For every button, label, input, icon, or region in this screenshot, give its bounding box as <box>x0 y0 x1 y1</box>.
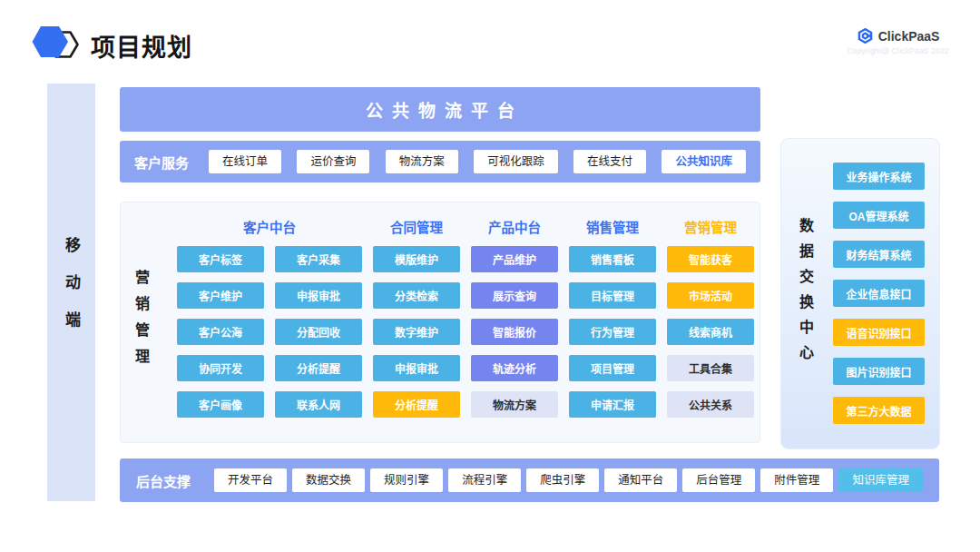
grid-cell[interactable]: 工具合集 <box>667 355 754 381</box>
exchange-item[interactable]: 企业信息接口 <box>833 280 925 307</box>
grid-cell[interactable]: 协同开发 <box>177 355 264 381</box>
grid-cell[interactable]: 分析提醒 <box>275 355 362 381</box>
service-button[interactable]: 公共知识库 <box>662 150 746 174</box>
copyright-text: Copyright@ ClickPaaS 2022 <box>847 46 949 55</box>
column-header: 客户中台 <box>177 216 362 236</box>
grid-cell[interactable]: 产品维护 <box>471 246 558 272</box>
grid-cell[interactable]: 物流方案 <box>471 391 558 418</box>
grid-cell[interactable]: 分析提醒 <box>373 391 460 418</box>
backend-button[interactable]: 通知平台 <box>604 468 677 493</box>
grid-cell[interactable]: 线索商机 <box>667 319 754 345</box>
grid-cell[interactable]: 展示查询 <box>471 282 558 309</box>
grid-cell[interactable]: 智能报价 <box>471 319 558 345</box>
marketing-grid-panel: 营销管理 客户中台合同管理产品中台销售管理营销管理 客户标签客户采集模版维护产品… <box>120 202 760 443</box>
data-exchange-panel: 数据交换中心 业务操作系统OA管理系统财务结算系统企业信息接口语音识别接口图片识… <box>780 138 940 449</box>
grid-cell[interactable]: 联系人网 <box>275 391 362 418</box>
grid-cell[interactable]: 智能获客 <box>667 246 754 272</box>
service-button[interactable]: 在线订单 <box>209 150 281 174</box>
grid-cell[interactable]: 轨迹分析 <box>471 355 558 381</box>
column-header: 产品中台 <box>471 216 558 236</box>
backend-button[interactable]: 开发平台 <box>214 468 287 493</box>
mobile-rail-label: 移动端 <box>60 237 83 349</box>
mobile-side-rail: 移动端 <box>47 84 95 501</box>
grid-cell[interactable]: 行为管理 <box>569 319 656 345</box>
backend-button[interactable]: 知识库管理 <box>838 468 923 493</box>
grid-cell[interactable]: 客户公海 <box>177 319 264 345</box>
grid-cell[interactable]: 分类检索 <box>373 282 460 309</box>
customer-service-label: 客户服务 <box>134 153 189 172</box>
backend-button[interactable]: 后台管理 <box>682 468 755 493</box>
grid-cell[interactable]: 客户画像 <box>177 391 264 418</box>
brand-name: ClickPaaS <box>878 29 940 44</box>
backend-button[interactable]: 规则引擎 <box>370 468 443 493</box>
exchange-item[interactable]: 图片识别接口 <box>833 358 925 385</box>
backend-support-buttons: 开发平台数据交换规则引擎流程引擎爬虫引擎通知平台后台管理附件管理知识库管理 <box>214 468 923 493</box>
backend-support-label: 后台支撑 <box>136 471 191 490</box>
backend-button[interactable]: 流程引擎 <box>448 468 521 493</box>
platform-banner-label: 公共物流平台 <box>366 97 524 122</box>
grid-cell[interactable]: 销售看板 <box>569 246 656 272</box>
service-button[interactable]: 运价查询 <box>297 150 369 174</box>
grid-cell[interactable]: 模版维护 <box>373 246 460 272</box>
grid-cell[interactable]: 分配回收 <box>275 319 362 345</box>
grid-cell[interactable]: 申报审批 <box>275 282 362 309</box>
column-header: 营销管理 <box>667 216 754 236</box>
grid-cell[interactable]: 客户采集 <box>275 246 362 272</box>
data-exchange-items: 业务操作系统OA管理系统财务结算系统企业信息接口语音识别接口图片识别接口第三方大… <box>833 163 925 424</box>
grid-cell[interactable]: 申请汇报 <box>569 391 656 418</box>
backend-button[interactable]: 爬虫引擎 <box>526 468 599 493</box>
customer-service-bar: 客户服务 在线订单运价查询物流方案可视化跟踪在线支付公共知识库 <box>120 141 760 182</box>
backend-button[interactable]: 数据交换 <box>292 468 365 493</box>
service-button[interactable]: 在线支付 <box>573 150 646 174</box>
marketing-side-label: 营销管理 <box>130 270 152 375</box>
exchange-item[interactable]: 业务操作系统 <box>833 163 925 190</box>
grid-cell[interactable]: 客户标签 <box>177 246 264 272</box>
module-grid: 客户中台合同管理产品中台销售管理营销管理 客户标签客户采集模版维护产品维护销售看… <box>177 216 754 418</box>
backend-support-bar: 后台支撑 开发平台数据交换规则引擎流程引擎爬虫引擎通知平台后台管理附件管理知识库… <box>120 458 939 502</box>
grid-cell[interactable]: 客户维护 <box>177 282 264 309</box>
exchange-item[interactable]: 语音识别接口 <box>833 319 925 346</box>
data-exchange-label: 数据交换中心 <box>794 218 816 370</box>
platform-banner: 公共物流平台 <box>120 87 760 132</box>
grid-cell[interactable]: 申报审批 <box>373 355 460 381</box>
grid-cell[interactable]: 数字维护 <box>373 319 460 345</box>
backend-button[interactable]: 附件管理 <box>760 468 833 493</box>
grid-cell[interactable]: 市场活动 <box>667 282 754 309</box>
brand-block: ClickPaaS Copyright@ ClickPaaS 2022 <box>847 27 949 55</box>
grid-cell[interactable]: 项目管理 <box>569 355 656 381</box>
exchange-item[interactable]: 财务结算系统 <box>833 241 925 268</box>
customer-service-buttons: 在线订单运价查询物流方案可视化跟踪在线支付公共知识库 <box>209 150 746 174</box>
exchange-item[interactable]: OA管理系统 <box>833 202 925 229</box>
service-button[interactable]: 可视化跟踪 <box>474 150 558 174</box>
clickpaas-logo-icon <box>857 27 874 44</box>
grid-cell[interactable]: 目标管理 <box>569 282 656 309</box>
hexagon-logo-icon <box>31 20 82 69</box>
exchange-item[interactable]: 第三方大数据 <box>833 397 925 424</box>
service-button[interactable]: 物流方案 <box>386 150 458 174</box>
column-header: 合同管理 <box>373 216 460 236</box>
page-title: 项目规划 <box>91 28 192 64</box>
column-header: 销售管理 <box>569 216 656 236</box>
grid-cell[interactable]: 公共关系 <box>667 391 754 418</box>
